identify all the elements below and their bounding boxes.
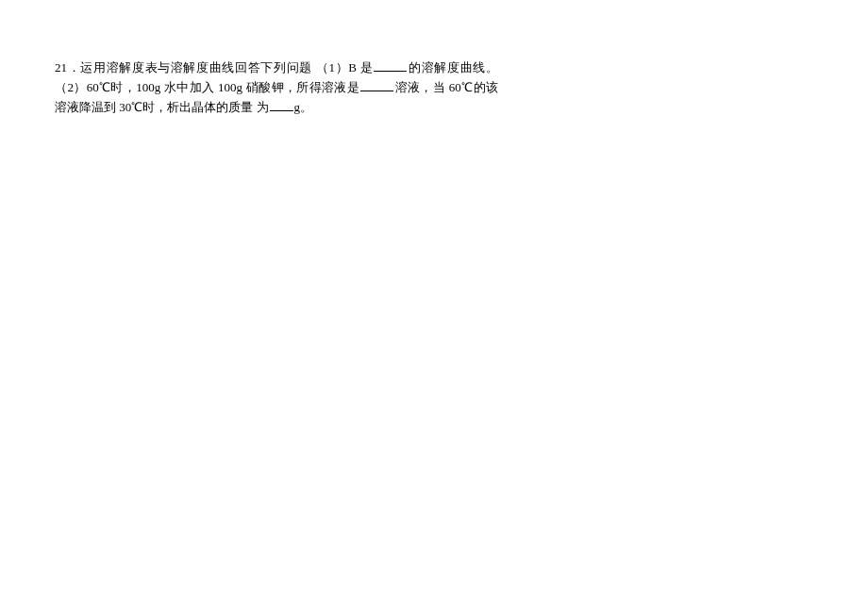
blank-3 [270,98,293,111]
part1-label: （1）B 是 [316,60,374,74]
part1-suffix: 的溶解度曲线。 [408,60,498,74]
separator: ． [67,60,80,74]
line3-suffix: g。 [294,100,313,114]
line3-prefix: 为 [257,100,269,114]
part2-label: （2）60℃时，100g [55,80,160,94]
line2-prefix: 水中加入 100g 硝酸钾，所得溶液是 [164,80,359,94]
question-number: 21 [55,60,67,74]
intro-text: 运用溶解度表与溶解度曲线回答下列问题 [80,60,316,74]
blank-1 [374,58,407,72]
question-content: 21．运用溶解度表与溶解度曲线回答下列问题 （1）B 是的溶解度曲线。（2）60… [55,58,498,117]
blank-2 [360,78,393,91]
